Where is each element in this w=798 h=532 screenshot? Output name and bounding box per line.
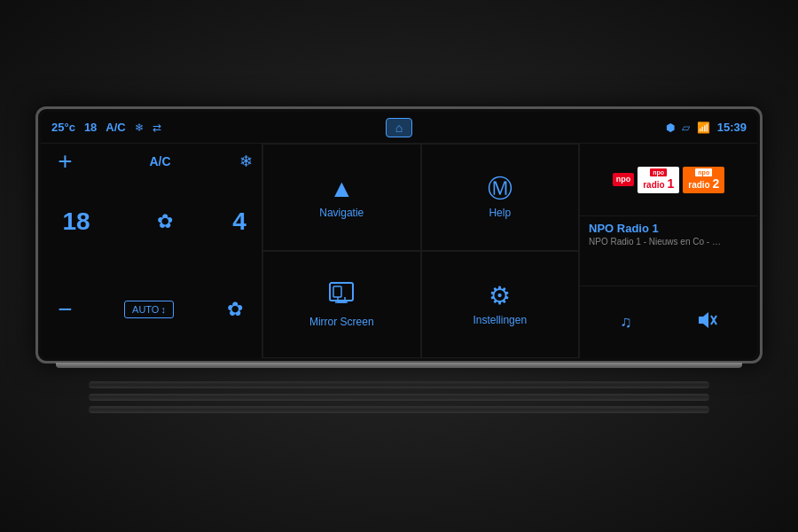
fan-speed-value: 4 <box>226 207 253 236</box>
plus-button[interactable]: + <box>50 149 81 174</box>
radio-station-name: NPO Radio 1 <box>589 222 748 235</box>
vent-row-1 <box>89 381 709 388</box>
settings-label: Instellingen <box>473 314 527 326</box>
fan-icon-mid: ✿ <box>147 210 183 233</box>
climate-header: + A/C ❄ <box>50 149 253 174</box>
clock-display: 15:39 <box>717 121 747 134</box>
fan-speed-status: 18 <box>84 121 97 134</box>
radio-station-desc: NPO Radio 1 - Nieuws en Co - … <box>589 237 748 246</box>
home-button[interactable]: ⌂ <box>386 118 412 137</box>
status-bar: 25°c 18 A/C ❄ ⇄ ⌂ ⬢ ▱ 📶 15:39 <box>41 112 757 144</box>
settings-tile[interactable]: ⚙ Instellingen <box>421 251 580 358</box>
radio-info: NPO Radio 1 NPO Radio 1 - Nieuws en Co -… <box>580 216 757 286</box>
navigation-label: Navigatie <box>319 207 364 219</box>
radio-controls: ♫ <box>580 286 757 358</box>
mirror-screen-label: Mirror Screen <box>309 316 374 328</box>
mirror-screen-icon <box>328 281 355 310</box>
ac-label: A/C <box>81 154 239 168</box>
settings-icon: ⚙ <box>489 284 511 309</box>
npo-badge: npo <box>613 173 635 186</box>
climate-row-bottom: − AUTO ↕ ✿ <box>50 265 253 353</box>
sync-status-icon: ⇄ <box>153 121 161 134</box>
vent-area <box>89 381 709 426</box>
fan-icon-top: ❄ <box>239 152 253 171</box>
radio2-badge: npo radio 2 <box>683 167 724 193</box>
auto-label: AUTO <box>132 304 159 315</box>
npo-small-1: npo <box>650 168 667 177</box>
map-icon: ▱ <box>682 121 690 134</box>
minus-button[interactable]: − <box>50 297 81 322</box>
signal-icon: 📶 <box>697 121 710 134</box>
navigation-icon: ▲ <box>329 176 354 201</box>
infotainment-screen: 25°c 18 A/C ❄ ⇄ ⌂ ⬢ ▱ 📶 15:39 <box>41 112 757 358</box>
radio1-badge: npo radio 1 <box>638 167 679 193</box>
radio-panel: npo npo radio 1 npo radio 2 NPO Radio 1 … <box>580 144 757 358</box>
svg-rect-1 <box>333 286 341 297</box>
car-dashboard: 25°c 18 A/C ❄ ⇄ ⌂ ⬢ ▱ 📶 15:39 <box>0 0 798 532</box>
apps-panel: ▲ Navigatie Ⓜ Help <box>262 144 580 358</box>
climate-row-middle: 18 ✿ 4 <box>50 177 253 265</box>
fan-status-icon: ❄ <box>135 121 144 134</box>
mute-icon[interactable] <box>698 312 717 332</box>
fan-icon-bottom: ✿ <box>217 298 253 321</box>
auto-button[interactable]: AUTO ↕ <box>124 301 174 318</box>
svg-marker-3 <box>699 312 708 328</box>
mirror-screen-tile[interactable]: Mirror Screen <box>262 251 421 358</box>
status-center: ⌂ <box>283 118 514 137</box>
vent-row-2 <box>89 394 709 401</box>
temp-value: 18 <box>50 207 103 236</box>
help-label: Help <box>489 207 511 219</box>
main-content: + A/C ❄ 18 ✿ 4 − AUTO ↕ <box>41 144 757 358</box>
ac-status: A/C <box>106 121 125 134</box>
npo-small-2: npo <box>695 168 712 177</box>
temperature-display: 25°c <box>51 121 75 134</box>
climate-panel: + A/C ❄ 18 ✿ 4 − AUTO ↕ <box>41 144 262 358</box>
help-tile[interactable]: Ⓜ Help <box>421 144 580 251</box>
status-left: 25°c 18 A/C ❄ ⇄ <box>51 121 283 134</box>
bluetooth-icon: ⬢ <box>666 121 675 134</box>
radio-logos[interactable]: npo npo radio 1 npo radio 2 <box>580 144 757 216</box>
help-icon: Ⓜ <box>488 176 512 201</box>
radio2-text: radio 2 <box>688 177 719 191</box>
navigation-tile[interactable]: ▲ Navigatie <box>262 144 421 251</box>
auto-arrow: ↕ <box>160 304 166 315</box>
vent-row-3 <box>89 406 709 413</box>
status-right: ⬢ ▱ 📶 15:39 <box>515 121 747 134</box>
screen-bezel: 25°c 18 A/C ❄ ⇄ ⌂ ⬢ ▱ 📶 15:39 <box>35 106 763 364</box>
radio1-text: radio 1 <box>643 177 674 191</box>
music-note-icon[interactable]: ♫ <box>620 313 632 332</box>
